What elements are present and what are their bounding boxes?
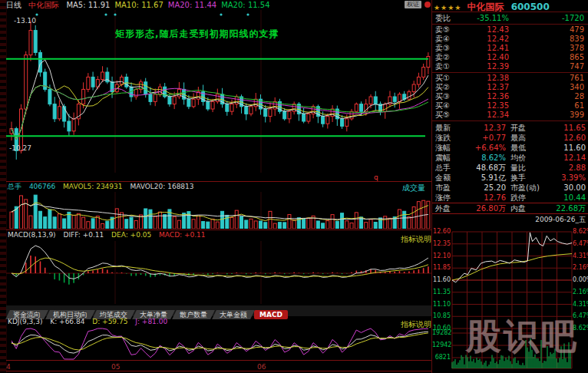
separator (432, 72, 588, 73)
intraday-pct-label-6: 4.31% (573, 302, 588, 308)
intraday-price-label-3: 11.85 (432, 265, 451, 271)
depth-qty: 761 (530, 74, 584, 83)
info-value-left: 12.37 (455, 123, 506, 133)
tab-5[interactable]: 大单金额 (212, 310, 255, 319)
info-label-left: 外盘 (435, 203, 451, 213)
info-label-right: 量比 (510, 163, 526, 173)
intraday-price-label-2: 12.10 (432, 253, 451, 259)
intraday-vol-label-0: 19282 (432, 330, 451, 336)
info-row-7: 涨停12.76跌停10.44 (432, 193, 588, 203)
ma-item-1: MA10: 11.67 (114, 1, 163, 9)
info-row-6: 市盈25.20市盈(动)30.00 (432, 183, 588, 193)
info-row-0: 最新12.37开盘11.65 (432, 123, 588, 133)
intraday-pct-label-2: 4.31% (573, 253, 588, 259)
intraday-price-label-5: 11.35 (432, 289, 451, 295)
trading-app-window: 日线 中化国际 MA5: 11.91MA10: 11.67MA20: 11.44… (0, 0, 588, 373)
bid-row-1[interactable]: 买①12.38761 (432, 74, 588, 83)
info-value-left: 12.76 (455, 193, 506, 203)
depth-qty: 378 (530, 44, 584, 53)
depth-price: 12.38 (458, 74, 509, 83)
ask-row-1[interactable]: 卖①12.39747 (432, 62, 588, 71)
bid-row-4[interactable]: 买④12.3561 (432, 101, 588, 111)
ask-row-2[interactable]: 卖②12.40865 (432, 53, 588, 62)
depth-qty: 865 (530, 53, 584, 62)
depth-price: 12.42 (458, 35, 509, 44)
intraday-vol-label-1: 12942 (432, 342, 451, 348)
zongshou-value: 406766 (29, 183, 55, 190)
info-value-left: +6.64% (455, 143, 506, 153)
intraday-pct-label-0: 8.62% (573, 229, 588, 235)
intraday-price-label-6: 11.10 (432, 302, 451, 308)
weicha-value: -1720 (530, 14, 584, 23)
x-axis-labels: 40506 (6, 363, 431, 371)
intraday-pct-label-4: 0.00% (573, 277, 588, 283)
kdj-j: J: +81.00 (135, 318, 167, 325)
tab-label: 大单金额 (220, 310, 247, 319)
zongshou-label: 总手 (8, 183, 21, 190)
info-label-right: 最低 (510, 143, 526, 153)
depth-label: 买④ (435, 101, 450, 111)
depth-qty: 839 (530, 35, 584, 44)
info-value-right: 12.14 (546, 153, 586, 163)
depth-label: 卖① (435, 62, 450, 71)
info-label-right: 市盈(动) (510, 183, 540, 193)
info-row-8: 外盘26.80万内盘22.68万 (432, 203, 588, 214)
kline-header: 日线 中化国际 MA5: 11.91MA10: 11.67MA20: 11.44… (6, 0, 431, 10)
high-price-mark: -13.10 (14, 17, 36, 25)
period-label[interactable]: 日线 (6, 1, 21, 9)
bid-row-3[interactable]: 买③12.3628 (432, 92, 588, 101)
red-dot-icon (424, 2, 431, 8)
kdj-header: KDJ(9,3,3) K: +66.84 D: +59.75 J: +81.00 (8, 318, 173, 326)
info-label-right: 开盘 (510, 123, 526, 133)
info-value-left: 5.91亿 (455, 173, 506, 183)
star-rating: ★★★★ (434, 4, 461, 12)
macd-title: MACD(8,13,9) (8, 231, 56, 239)
stock-name-label: 中化国际 (28, 1, 59, 9)
info-value-right: 30.00 (546, 183, 586, 193)
ask-row-5[interactable]: 卖⑤12.43479 (432, 25, 588, 35)
info-label-right: 最高 (510, 133, 526, 143)
depth-label: 买⑤ (435, 111, 450, 120)
quote-stock-code: 600500 (511, 2, 550, 12)
macd-dea: DEA: +0.05 (111, 231, 151, 239)
tab-active-6[interactable]: MACD (254, 310, 288, 319)
quote-panel: ★★★★ 中化国际 600500 委比 -35.11% -1720 卖⑤12.4… (431, 0, 588, 373)
separator (432, 24, 588, 25)
info-row-5: 金额5.91亿换手3.39% (432, 173, 588, 183)
x-axis-label-1: 05 (111, 363, 120, 371)
separator (432, 12, 588, 12)
x-axis-label-2: 06 (257, 363, 266, 371)
info-value-right: 12.60 (546, 133, 586, 143)
kdj-title: KDJ(9,3,3) (8, 318, 42, 325)
depth-label: 卖⑤ (435, 25, 450, 35)
depth-qty: 340 (530, 83, 584, 92)
x-axis-label-0: 4 (6, 363, 11, 371)
macd-header: MACD(8,13,9) DIFF: +0.11 DEA: +0.05 MACD… (8, 231, 211, 239)
bid-row-5[interactable]: 买⑤12.34399 (432, 111, 588, 120)
quote-stock-name: 中化国际 (467, 2, 504, 12)
mavol20-value: MAVOL20: 168813 (130, 183, 193, 190)
ask-row-3[interactable]: 卖③12.41378 (432, 44, 588, 53)
ma-item-3: MA20: 11.54 (221, 1, 269, 9)
bid-row-2[interactable]: 买②12.37340 (432, 83, 588, 92)
depth-qty: 479 (530, 25, 584, 35)
info-label-left: 金额 (435, 173, 451, 183)
corner-button[interactable]: 权证 (405, 1, 421, 8)
tab-4[interactable]: 散户数量 (172, 310, 215, 319)
info-label-left: 涨幅 (435, 143, 451, 153)
marker-q: q (374, 173, 378, 181)
ask-row-4[interactable]: 卖④12.42839 (432, 35, 588, 44)
ma-legend: MA5: 11.91MA10: 11.67MA20: 11.44MA20: 11… (66, 1, 274, 9)
depth-label: 卖③ (435, 44, 450, 53)
info-row-2: 涨幅+6.64%最低11.60 (432, 143, 588, 153)
depth-label: 卖④ (435, 35, 450, 44)
macd-value: MACD: +0.11 (159, 231, 205, 239)
quote-header: ★★★★ 中化国际 600500 (432, 1, 588, 11)
kdj-k: K: +66.84 (50, 318, 84, 325)
info-label-right: 内盘 (510, 203, 526, 213)
intraday-pct-label-3: 2.16% (573, 265, 588, 271)
info-value-left: 8.62% (455, 153, 506, 163)
info-label-right: 均价 (510, 153, 526, 163)
depth-price: 12.43 (458, 25, 509, 35)
x-axis-line (6, 360, 431, 361)
